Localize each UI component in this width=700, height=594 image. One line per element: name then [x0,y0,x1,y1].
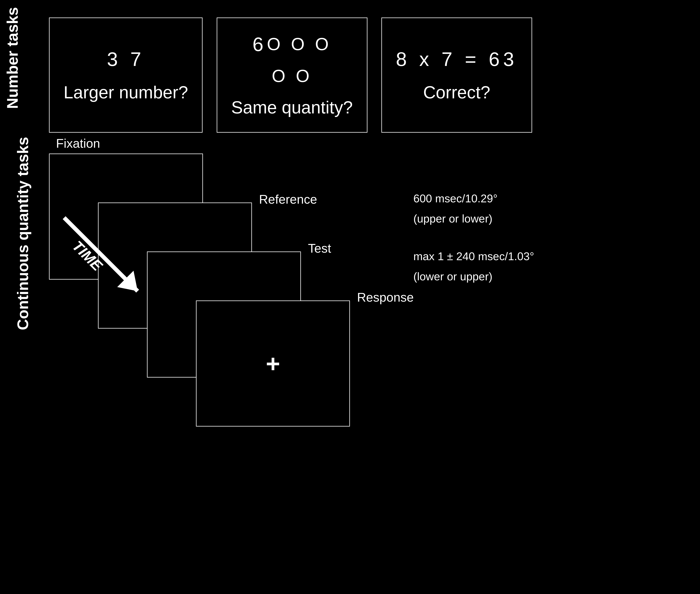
comparison-numbers: 3 7 [107,43,145,75]
reference-info-line1: 600 msec/10.29° [413,189,686,209]
arithmetic-task-box: 8 x 7 = 63 Correct? [381,18,532,133]
reference-info-block: 600 msec/10.29° (upper or lower) [413,189,686,229]
quantity-question: Same quantity? [231,93,353,122]
test-label: Test [308,241,331,256]
response-cross: + [266,350,280,378]
continuous-tasks-section: Fixation + Reference Test Resp [49,154,686,304]
right-info-area: 600 msec/10.29° (upper or lower) max 1 ±… [399,154,686,304]
page-container: Number tasks Continuous quantity tasks 3… [0,0,700,594]
number-tasks-section: 3 7 Larger number? 6 O O O O O Same quan… [49,10,686,133]
comparison-question: Larger number? [64,78,188,106]
quantity-task-box: 6 O O O O O Same quantity? [217,18,367,133]
main-content: 3 7 Larger number? 6 O O O O O Same quan… [35,0,700,594]
fixation-label: Fixation [56,136,100,151]
number-tasks-side-label: Number tasks [0,0,25,123]
side-labels-column: Number tasks Continuous quantity tasks [0,0,35,594]
test-info-line1: max 1 ± 240 msec/1.03° [413,246,686,267]
continuous-tasks-side-label: Continuous quantity tasks [10,123,35,337]
arithmetic-equation: 8 x 7 = 63 [396,43,518,75]
reference-label: Reference [259,192,317,206]
time-arrow-svg: TIME [56,209,154,307]
test-info-block: max 1 ± 240 msec/1.03° (lower or upper) [413,246,686,287]
test-info-line2: (lower or upper) [413,267,686,287]
arithmetic-question: Correct? [423,78,490,106]
quantity-circles-row1: O O O [267,30,332,58]
response-label: Response [357,290,414,304]
frames-area: Fixation + Reference Test Resp [49,154,399,304]
quantity-number: 6 [253,29,263,60]
reference-info-line2: (upper or lower) [413,209,686,229]
comparison-task-box: 3 7 Larger number? [49,18,203,133]
quantity-circles-row2: O O [272,62,312,90]
response-frame: + [196,300,350,427]
time-arrow-area: TIME [56,209,154,308]
